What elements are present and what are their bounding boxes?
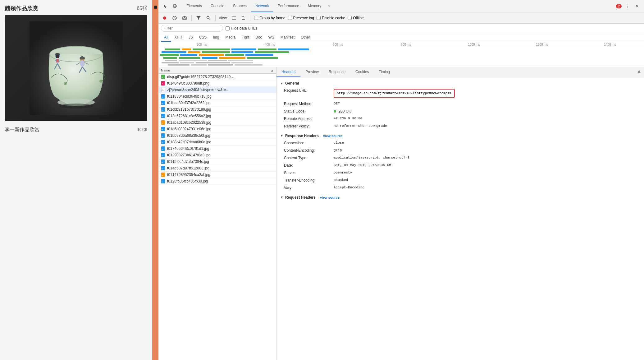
file-name: t012903273b6147f8e3.jpg (167, 153, 274, 157)
list-item[interactable]: jpg t01e6c080247931e06e.jpg (158, 126, 276, 132)
list-item[interactable]: jpg t01cbb9131b73c70199.jpg (158, 106, 276, 113)
list-item[interactable]: jpg t0174d524f3c0f791d1.jpg (158, 145, 276, 152)
svg-text:jpg: jpg (161, 155, 163, 156)
tab-performance[interactable]: Performance (273, 0, 304, 12)
devtools-close-icon[interactable]: ✕ (633, 2, 642, 11)
type-filter-css[interactable]: CSS (196, 33, 210, 42)
file-icon-gif: gif (161, 75, 165, 79)
group-by-frame-checkbox[interactable] (254, 16, 258, 20)
svg-rect-66 (228, 60, 253, 61)
general-section-header[interactable]: ▼ General (276, 80, 644, 87)
list-item[interactable]: jpg t0115f0c4d7afb7384c.jpg (158, 159, 276, 165)
details-tab-headers[interactable]: Headers (276, 67, 300, 77)
filter-icon-button[interactable] (195, 14, 202, 22)
tab-sources[interactable]: Sources (229, 0, 251, 12)
record-button[interactable] (161, 14, 168, 22)
list-item[interactable]: jpg t0128fb35fcc436fb30.jpg (158, 178, 276, 185)
type-filter-doc[interactable]: Doc (252, 33, 265, 42)
content-type-value: application/javascript; charset=utf-8 (334, 155, 409, 160)
type-filter-all[interactable]: All (161, 33, 171, 42)
svg-rect-67 (162, 62, 179, 63)
date-row: Date: Sat, 04 May 2019 02:50:35 GMT (284, 162, 640, 169)
scroll-indicator: ▲ (271, 69, 274, 72)
type-filter-ws[interactable]: WS (265, 33, 277, 42)
request-url-value[interactable]: http://image.so.com/zj?ch=art&sn=240&lis… (334, 89, 455, 98)
webpage-header: 魏领作品欣赏 65张 (5, 3, 147, 15)
svg-text:jpg: jpg (161, 129, 163, 130)
list-item[interactable]: ✕ t014049f8c8037998ff.png (158, 80, 276, 87)
file-name: t01bb98d6a68a39c50f.jpg (167, 133, 274, 138)
type-filter-font[interactable]: Font (239, 33, 252, 42)
preserve-log-checkbox[interactable] (288, 16, 292, 20)
file-name: t01ad587d97ff512883.jpg (167, 166, 274, 170)
list-item[interactable]: gif disp.gif?guid=16527278.27329898149… (158, 74, 276, 80)
referrer-policy-value: no-referrer-when-downgrade (334, 123, 387, 129)
list-item[interactable]: jpg t01ad587d97ff512883.jpg (158, 165, 276, 172)
type-filter-manifest[interactable]: Manifest (277, 33, 298, 42)
svg-text:jpg: jpg (161, 168, 163, 169)
svg-rect-52 (255, 51, 289, 53)
offline-checkbox[interactable] (348, 16, 352, 20)
list-item[interactable]: jpg t01bb98d6a68a39c50f.jpg (158, 132, 276, 139)
svg-rect-63 (165, 60, 177, 61)
list-item[interactable]: jpg t01baa80ef37d2a2262.jpg (158, 100, 276, 106)
list-item[interactable]: jpg t01abad108cb2022539.jpg (158, 119, 276, 126)
file-icon-jpg: jpg (161, 140, 165, 144)
type-filter-js[interactable]: JS (185, 33, 196, 42)
list-item[interactable]: jpg t0118304ed83649b718.jpg (158, 93, 276, 100)
svg-rect-51 (231, 51, 253, 53)
devtools-panel: Elements Console Sources Network Perform… (158, 0, 644, 360)
type-filter-other[interactable]: Other (298, 33, 313, 42)
tab-more[interactable]: » (326, 0, 333, 12)
svg-rect-49 (188, 51, 200, 53)
request-headers-section-header[interactable]: ▼ Request Headers view source (276, 194, 644, 201)
camera-button[interactable] (181, 14, 188, 22)
view-label: View: (219, 16, 228, 20)
type-filter-img[interactable]: Img (210, 33, 222, 42)
details-scroll-up[interactable]: ▲ (634, 67, 644, 77)
tab-network[interactable]: Network (251, 0, 273, 12)
devtools-pointer-icon[interactable] (161, 2, 170, 11)
view-list-icon[interactable] (230, 14, 238, 22)
response-headers-section-header[interactable]: ▼ Response Headers view source (276, 132, 644, 139)
filter-input[interactable] (161, 25, 223, 32)
list-item[interactable]: jpg t013a672681c8c556a2.jpg (158, 113, 276, 119)
type-filter-xhr[interactable]: XHR (171, 33, 185, 42)
svg-text:jpg: jpg (161, 161, 163, 163)
file-name: t01cbb9131b73c70199.jpg (167, 107, 274, 112)
disable-cache-checkbox[interactable] (317, 16, 321, 20)
svg-rect-72 (191, 64, 207, 66)
tab-elements[interactable]: Elements (182, 0, 206, 12)
details-panel: Headers Preview Response Cookies Timing … (276, 67, 644, 360)
response-headers-view-source[interactable]: view source (323, 134, 343, 138)
tab-memory[interactable]: Memory (304, 0, 326, 12)
search-icon-button[interactable] (205, 14, 212, 22)
svg-rect-53 (160, 54, 179, 56)
devtools-menu-icon[interactable]: ⋮ (623, 2, 632, 11)
details-tab-cookies[interactable]: Cookies (350, 67, 374, 77)
devtools-device-icon[interactable] (171, 2, 180, 11)
details-tab-response[interactable]: Response (324, 67, 350, 77)
view-waterfall-icon[interactable] (240, 14, 248, 22)
list-item-selected[interactable]: JS zj?ch=art&sn=240&listtype=new&te… (158, 87, 276, 93)
svg-rect-69 (196, 62, 230, 63)
file-icon-jpg: jpg (161, 94, 165, 99)
tab-console[interactable]: Console (206, 0, 229, 12)
type-filter-media[interactable]: Media (222, 33, 239, 42)
details-tab-preview[interactable]: Preview (300, 67, 324, 77)
request-headers-view-source[interactable]: view source (320, 196, 340, 199)
remote-address-row: Remote Address: 42.236.9.90:80 (284, 115, 640, 122)
hide-data-urls-group: Hide data URLs (226, 26, 257, 30)
clear-button[interactable] (171, 14, 178, 22)
hide-data-urls-checkbox[interactable] (226, 26, 230, 30)
list-item[interactable]: jpg t012903273b6147f8e3.jpg (158, 152, 276, 159)
general-section-title: General (285, 81, 299, 85)
svg-rect-58 (163, 57, 177, 59)
list-item[interactable]: jpg t0188c42d07deaa6b0e.jpg (158, 139, 276, 145)
svg-text:gif: gif (162, 76, 163, 78)
list-item[interactable]: jpg t0114798952354ca2af.jpg (158, 172, 276, 178)
svg-point-28 (163, 16, 166, 20)
svg-rect-61 (219, 57, 245, 59)
devtools-close-area: 2 ⋮ ✕ (616, 2, 642, 11)
details-tab-timing[interactable]: Timing (374, 67, 395, 77)
